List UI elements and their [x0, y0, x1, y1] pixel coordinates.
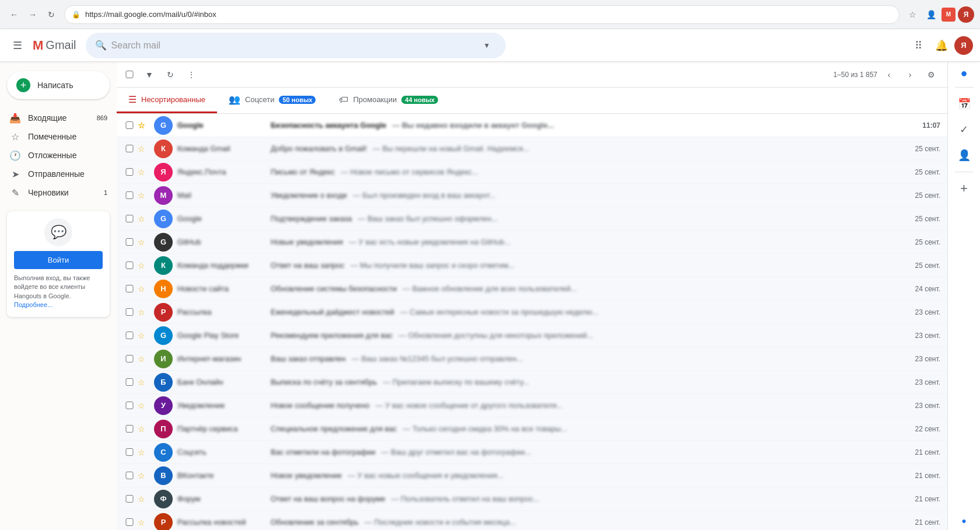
email-row[interactable]: ☆ Н Новости сайта Обновление системы без…: [117, 277, 947, 301]
email-star-icon[interactable]: ☆: [138, 284, 149, 294]
hangouts-link[interactable]: Подробнее...: [14, 301, 52, 308]
tab-promotions[interactable]: 🏷 Промоакции 44 новых: [327, 88, 450, 113]
email-checkbox[interactable]: [124, 261, 135, 269]
email-row[interactable]: ☆ Р Рассылка новостей Обновление за сент…: [117, 511, 947, 530]
address-bar[interactable]: 🔒 https://mail.google.com/mail/u/0/#inbo…: [64, 5, 900, 24]
email-star-icon[interactable]: ☆: [138, 494, 149, 504]
email-checkbox[interactable]: [124, 355, 135, 362]
email-checkbox[interactable]: [124, 495, 135, 503]
email-checkbox[interactable]: [124, 191, 135, 199]
compose-button[interactable]: + Написать: [7, 71, 110, 99]
email-star-icon[interactable]: ☆: [138, 448, 149, 457]
email-preview: — Самые интересные новости за прошедшую …: [400, 308, 598, 316]
next-page-button[interactable]: ›: [901, 65, 919, 84]
email-row[interactable]: ☆ Р Рассылка Еженедельный дайджест новос…: [117, 301, 947, 324]
hangouts-login-button[interactable]: Войти: [14, 251, 103, 269]
email-row[interactable]: ☆ П Партнёр сервиса Специальное предложе…: [117, 417, 947, 441]
tasks-button[interactable]: ✓: [953, 118, 976, 141]
forward-button[interactable]: →: [24, 6, 41, 23]
email-star-icon[interactable]: ☆: [138, 401, 149, 410]
email-row[interactable]: ☆ К Команда поддержки Ответ на ваш запро…: [117, 254, 947, 277]
calendar-button[interactable]: 📅: [953, 92, 976, 116]
bookmark-icon[interactable]: ☆: [904, 6, 921, 23]
email-star-icon[interactable]: ☆: [138, 424, 149, 434]
add-app-button[interactable]: +: [953, 177, 976, 200]
extension-icon[interactable]: M: [942, 8, 956, 22]
email-checkbox[interactable]: [124, 378, 135, 386]
email-row[interactable]: ☆ M Mail Уведомление о входе — Был произ…: [117, 184, 947, 207]
email-star-icon[interactable]: ☆: [138, 144, 149, 154]
email-row[interactable]: ☆ G Google Безопасность аккаунта Google …: [117, 114, 947, 137]
email-sender: Новости сайта: [177, 284, 271, 293]
email-sender: Команда поддержки: [177, 261, 271, 270]
avatar-circle: Я: [154, 163, 173, 182]
email-star-icon[interactable]: ☆: [138, 471, 149, 480]
email-row[interactable]: ☆ В ВКонтакте Новое уведомление — У вас …: [117, 464, 947, 487]
email-row[interactable]: ☆ G Google Play Store Рекомендуем прилож…: [117, 324, 947, 347]
prev-page-button[interactable]: ‹: [880, 65, 898, 84]
reload-button[interactable]: ↻: [43, 6, 60, 23]
select-dropdown-button[interactable]: ▼: [140, 65, 159, 84]
refresh-button[interactable]: ↻: [161, 65, 180, 84]
contacts-button[interactable]: 👤: [953, 144, 976, 167]
email-row[interactable]: ☆ И Интернет-магазин Ваш заказ отправлен…: [117, 347, 947, 371]
email-row[interactable]: ☆ С Соцсеть Вас отметили на фотографии —…: [117, 441, 947, 464]
email-star-icon[interactable]: ☆: [138, 308, 149, 317]
email-checkbox[interactable]: [124, 308, 135, 316]
email-star-icon[interactable]: ☆: [138, 191, 149, 200]
more-options-button[interactable]: ⋮: [182, 65, 201, 84]
email-star-icon[interactable]: ☆: [138, 121, 149, 130]
settings-button[interactable]: ⚙: [922, 65, 940, 84]
avatar-circle: К: [154, 256, 173, 275]
email-checkbox[interactable]: [124, 121, 135, 129]
email-subject: Ответ на ваш запрос: [271, 261, 344, 270]
email-subject: Еженедельный дайджест новостей: [271, 308, 394, 316]
search-bar[interactable]: 🔍 Search mail ▼: [86, 33, 506, 58]
account-button[interactable]: 🔔: [931, 35, 952, 56]
email-star-icon[interactable]: ☆: [138, 238, 149, 247]
email-star-icon[interactable]: ☆: [138, 378, 149, 387]
sidebar-item-snoozed[interactable]: 🕐 Отложенные: [0, 146, 117, 165]
email-checkbox[interactable]: [124, 145, 135, 152]
back-button[interactable]: ←: [6, 6, 22, 23]
email-row[interactable]: ☆ Ф Форум Ответ на ваш вопрос на форуме …: [117, 487, 947, 511]
profile-icon[interactable]: 👤: [923, 6, 939, 23]
email-star-icon[interactable]: ☆: [138, 518, 149, 527]
email-star-icon[interactable]: ☆: [138, 214, 149, 224]
hamburger-menu-button[interactable]: ☰: [7, 35, 28, 56]
email-row[interactable]: ☆ G Google Подтверждение заказа — Ваш за…: [117, 207, 947, 231]
email-row[interactable]: ☆ G GitHub Новые уведомления — У вас ест…: [117, 231, 947, 254]
email-row[interactable]: ☆ Я Яндекс.Почта Письмо от Яндекс — Ново…: [117, 161, 947, 184]
sidebar-item-drafts[interactable]: ✎ Черновики 1: [0, 183, 117, 202]
email-row[interactable]: ☆ У Уведомление Новое сообщение получено…: [117, 394, 947, 417]
email-row[interactable]: ☆ К Команда Gmail Добро пожаловать в Gma…: [117, 137, 947, 161]
apps-button[interactable]: ⠿: [908, 35, 929, 56]
email-star-icon[interactable]: ☆: [138, 261, 149, 270]
email-checkbox[interactable]: [124, 238, 135, 246]
email-star-icon[interactable]: ☆: [138, 354, 149, 364]
email-checkbox[interactable]: [124, 402, 135, 409]
email-checkbox[interactable]: [124, 472, 135, 479]
email-checkbox[interactable]: [124, 332, 135, 339]
search-input[interactable]: Search mail: [111, 40, 473, 51]
email-star-icon[interactable]: ☆: [138, 168, 149, 177]
tab-primary[interactable]: ☰ Несортированные: [117, 88, 217, 113]
email-checkbox[interactable]: [124, 425, 135, 433]
select-all-checkbox[interactable]: [124, 71, 135, 78]
browser-user-avatar[interactable]: Я: [958, 6, 974, 23]
email-star-icon[interactable]: ☆: [138, 331, 149, 340]
sidebar-item-inbox[interactable]: 📥 Входящие 869: [0, 109, 117, 127]
email-checkbox[interactable]: [124, 518, 135, 526]
user-avatar[interactable]: Я: [954, 36, 973, 55]
email-checkbox[interactable]: [124, 215, 135, 222]
sidebar-item-starred[interactable]: ☆ Помеченные: [0, 127, 117, 146]
email-checkbox[interactable]: [124, 448, 135, 456]
email-checkbox[interactable]: [124, 168, 135, 176]
search-dropdown-button[interactable]: ▼: [478, 36, 496, 55]
email-date: 25 сент.: [900, 261, 940, 270]
sidebar-item-sent[interactable]: ➤ Отправленные: [0, 165, 117, 183]
email-row[interactable]: ☆ Б Банк Онлайн Выписка по счёту за сент…: [117, 371, 947, 394]
tab-social[interactable]: 👥 Соцсети 50 новых: [217, 88, 327, 113]
email-checkbox[interactable]: [124, 285, 135, 292]
promotions-tab-label: Промоакции: [353, 95, 397, 104]
